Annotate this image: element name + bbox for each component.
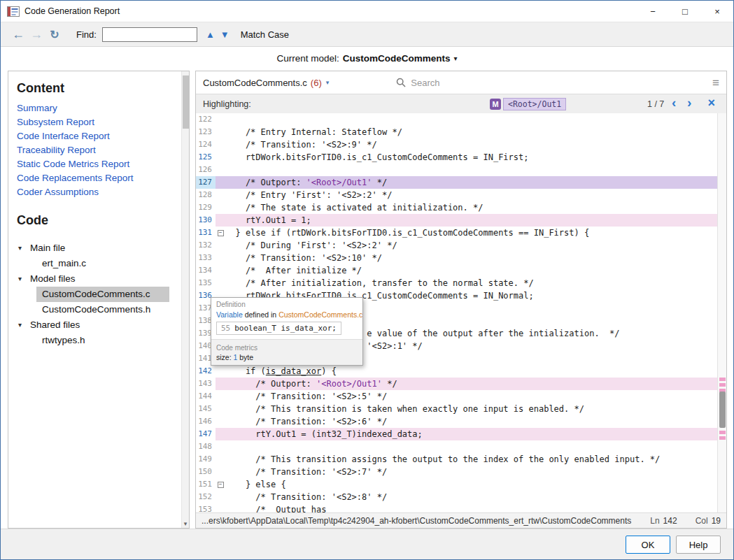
menu-icon[interactable]: ≡: [712, 77, 719, 89]
code-text: } else {: [225, 478, 286, 491]
model-dropdown-icon[interactable]: ▾: [454, 55, 458, 62]
line-number: 148: [196, 440, 216, 453]
forward-button[interactable]: →: [27, 27, 45, 42]
fold-toggle[interactable]: −: [216, 478, 225, 491]
tree-file[interactable]: rtwtypes.h: [17, 333, 181, 348]
highlight-mark[interactable]: [719, 431, 726, 434]
fold-spacer: [216, 428, 225, 440]
file-dropdown-icon[interactable]: ▾: [326, 79, 330, 86]
help-button[interactable]: Help: [676, 536, 721, 554]
line-number[interactable]: 130: [196, 214, 216, 227]
refresh-icon: ↻: [50, 29, 59, 41]
definition-file-link[interactable]: CustomCodeComments.c: [278, 310, 362, 319]
close-highlighting-icon[interactable]: ×: [707, 96, 715, 110]
code-line: 131− } else if (rtDWork.bitsForTID0.is_c…: [196, 227, 717, 239]
fold-spacer: [216, 466, 225, 478]
code-heading: Code: [17, 213, 181, 228]
highlight-count-badge: (6): [311, 78, 322, 88]
fold-spacer: [216, 264, 225, 277]
sidebar-link[interactable]: Subsystem Report: [17, 115, 181, 129]
line-number: 129: [196, 201, 216, 214]
line-number: 135: [196, 277, 216, 289]
code-metrics-section: Code metrics size: 1 byte: [211, 339, 362, 365]
fold-spacer: [216, 201, 225, 214]
collapse-minus-icon[interactable]: −: [218, 230, 224, 236]
tree-group[interactable]: ▾Main file: [17, 240, 181, 256]
line-number[interactable]: 131: [196, 227, 216, 239]
titlebar: Code Generation Report − □ ×: [1, 1, 733, 22]
line-number[interactable]: 142: [196, 365, 216, 378]
definition-tooltip: Definition Variable defined in CustomCod…: [211, 297, 363, 366]
back-button[interactable]: ←: [9, 27, 27, 42]
sidebar-scrollbar[interactable]: ▾: [181, 71, 189, 528]
code-tree: ▾Main fileert_main.c▾Model filesCustomCo…: [17, 240, 181, 348]
highlight-mark[interactable]: [719, 383, 726, 387]
code-scrollbar[interactable]: [717, 113, 726, 512]
sidebar-scroll-down-icon[interactable]: ▾: [182, 520, 189, 527]
find-input[interactable]: [102, 27, 197, 42]
tree-file[interactable]: ert_main.c: [17, 256, 181, 271]
fold-spacer: [216, 378, 225, 390]
fold-spacer: [216, 365, 225, 378]
sidebar-link[interactable]: Coder Assumptions: [17, 185, 181, 199]
ok-button[interactable]: OK: [626, 536, 670, 554]
fold-spacer: [216, 138, 225, 151]
file-path: ...ers\kfobert\AppData\Local\Temp\tp4c24…: [202, 516, 632, 526]
tree-file[interactable]: CustomCodeComments.h: [17, 302, 181, 317]
previous-highlight-button[interactable]: ‹: [672, 95, 676, 110]
sidebar-link[interactable]: Summary: [17, 101, 181, 115]
code-generation-report-window: Code Generation Report − □ × ← → ↻ Find:…: [0, 0, 734, 560]
refresh-button[interactable]: ↻: [45, 28, 64, 41]
line-number[interactable]: 147: [196, 428, 216, 440]
find-previous-button[interactable]: ▲: [206, 29, 215, 40]
sidebar-link[interactable]: Traceability Report: [17, 143, 181, 157]
code-line: 153 /* Output has: [196, 503, 717, 512]
line-number[interactable]: 125: [196, 151, 216, 164]
highlight-target[interactable]: <Root>/Out1: [503, 98, 566, 110]
minimize-button[interactable]: −: [637, 1, 669, 22]
sidebar-link[interactable]: Static Code Metrics Report: [17, 157, 181, 171]
code-text: /* Transition: '<S2>:7' */: [225, 466, 387, 478]
line-number: 126: [196, 164, 216, 176]
window-controls: − □ ×: [637, 1, 733, 22]
tree-label: CustomCodeComments.c: [42, 287, 150, 302]
search-input[interactable]: [411, 78, 565, 88]
collapse-icon[interactable]: ▾: [18, 317, 25, 333]
highlight-mark[interactable]: [719, 378, 726, 381]
tree-file[interactable]: CustomCodeComments.c: [36, 287, 169, 302]
file-dropdown[interactable]: CustomCodeComments.c: [203, 78, 307, 88]
line-number: 123: [196, 126, 216, 138]
collapse-icon[interactable]: ▾: [18, 271, 25, 287]
code-scrollbar-thumb[interactable]: [719, 392, 726, 428]
sidebar-scrollbar-thumb[interactable]: [183, 76, 189, 129]
collapse-minus-icon[interactable]: −: [218, 482, 224, 488]
current-model-name: CustomCodeComments: [343, 53, 451, 64]
close-button[interactable]: ×: [701, 1, 733, 22]
tree-label: Model files: [30, 271, 76, 287]
code-text: /* Entry Internal: Stateflow */: [225, 126, 402, 138]
sidebar-link[interactable]: Code Replacements Report: [17, 171, 181, 185]
match-case-toggle[interactable]: Match Case: [241, 29, 289, 40]
line-number[interactable]: 127: [196, 176, 216, 189]
find-next-button[interactable]: ▼: [220, 29, 230, 40]
tree-group[interactable]: ▾Model files: [17, 271, 181, 287]
sidebar-link[interactable]: Code Interface Report: [17, 129, 181, 143]
line-number: 134: [196, 264, 216, 277]
highlight-mark[interactable]: [719, 436, 726, 440]
maximize-button[interactable]: □: [669, 1, 701, 22]
code-text: /* Output has: [225, 503, 327, 512]
fold-toggle[interactable]: −: [216, 227, 225, 239]
code-text: if (is_data_xor) {: [225, 365, 337, 378]
tooltip-header: Definition: [211, 298, 362, 308]
line-number: 128: [196, 189, 216, 201]
fold-spacer: [216, 503, 225, 512]
collapse-icon[interactable]: ▾: [18, 240, 25, 256]
fold-spacer: [216, 252, 225, 264]
back-arrow-icon: ←: [12, 27, 24, 41]
current-model-label: Current model:: [276, 53, 339, 64]
next-highlight-button[interactable]: ›: [687, 95, 691, 110]
fold-spacer: [216, 113, 225, 126]
code-line: 128 /* Entry 'First': '<S2>:2' */: [196, 189, 717, 201]
fold-spacer: [216, 239, 225, 252]
tree-group[interactable]: ▾Shared files: [17, 317, 181, 333]
